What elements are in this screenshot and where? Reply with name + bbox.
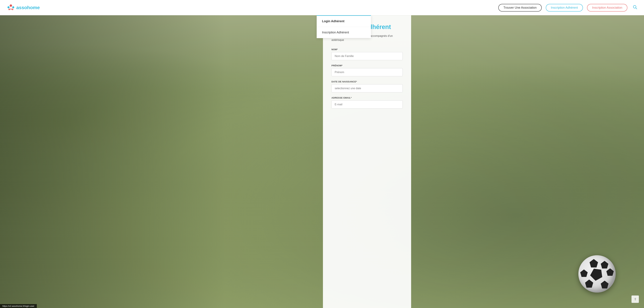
prenom-input[interactable] [332,68,403,76]
logo-icon [7,4,15,12]
svg-line-6 [636,8,637,9]
svg-point-0 [10,4,12,7]
nom-group: NOM* [332,48,403,60]
nom-label: NOM* [332,48,403,51]
email-label: ADRESSE EMAIL* [332,96,403,99]
search-icon [633,5,637,9]
prenom-label: PRÉNOM* [332,64,403,67]
email-group: ADRESSE EMAIL* [332,96,403,108]
dob-input[interactable] [332,84,403,92]
svg-point-4 [12,8,14,10]
inscription-association-button[interactable]: Inscription Association [587,4,628,12]
search-button[interactable] [633,5,637,10]
dob-label: DATE DE NAISSANCE* [332,80,403,83]
navbar: assohome Trouver Une Association Inscrip… [0,0,644,15]
status-url: https://v2.assohome.fr/login-user [2,305,34,307]
nav-links: Trouver Une Association Inscription Adhé… [498,4,637,12]
trouver-association-button[interactable]: Trouver Une Association [498,4,542,12]
adherent-dropdown: Login Adhérent Inscription Adhérent [317,15,371,38]
form-panel: Inscription Adhérent (*) les champs obli… [323,15,411,308]
nom-input[interactable] [332,52,403,60]
logo[interactable]: assohome [7,4,40,12]
svg-point-2 [12,6,14,8]
logo-text: assohome [16,5,40,10]
inscription-adherent-button[interactable]: Inscription Adhérent [546,4,583,12]
svg-point-3 [8,8,10,10]
dropdown-login-adherent[interactable]: Login Adhérent [317,16,371,27]
status-bar: https://v2.assohome.fr/login-user [0,304,37,308]
hero-section: Inscription Adhérent (*) les champs obli… [0,0,644,308]
scroll-to-top-button[interactable]: ⇧ [632,296,639,303]
dropdown-inscription-adherent[interactable]: Inscription Adhérent [317,27,371,38]
hero-background [0,0,644,308]
prenom-group: PRÉNOM* [332,64,403,76]
svg-point-1 [8,6,10,8]
email-input[interactable] [332,100,403,108]
dob-group: DATE DE NAISSANCE* [332,80,403,92]
